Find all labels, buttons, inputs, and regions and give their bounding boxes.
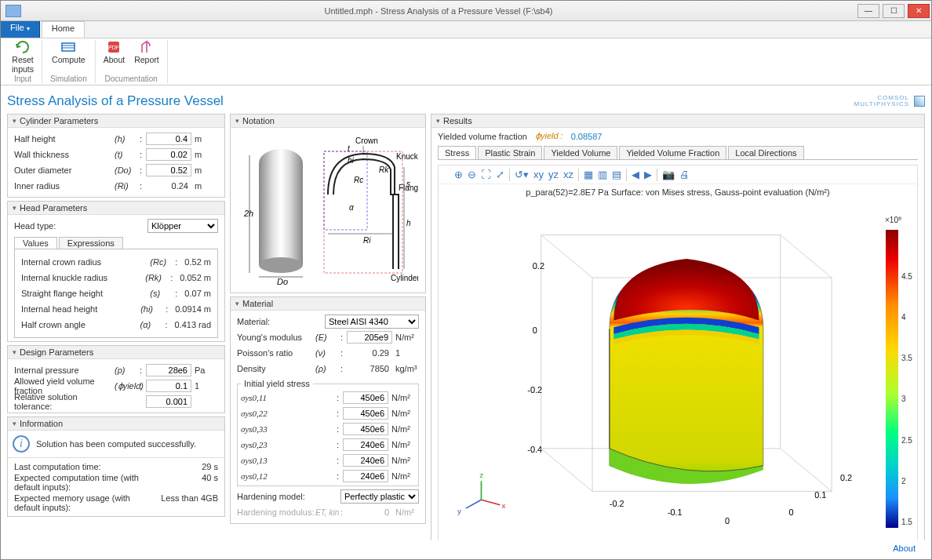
head-values-tab[interactable]: Values [14,237,57,249]
zoom-extents-icon[interactable]: ⤢ [496,169,504,180]
head-type-select[interactable]: Klöpper [147,219,218,233]
box-icon[interactable]: ▥ [598,169,607,180]
iys-3-input[interactable] [343,438,388,451]
xy-view-icon[interactable]: xy [533,169,544,180]
iys-1-input[interactable] [343,407,388,420]
svg-text:0: 0 [533,325,537,335]
hardening-modulus-value: 0 [347,507,392,517]
window-title: Untitled.mph - Stress Analysis of a Pres… [21,6,856,16]
svg-text:0: 0 [789,507,794,517]
cyl-1-label: Wall thickness [14,150,115,159]
colorbar-exponent: ×10⁸ [885,216,901,224]
report-button[interactable]: Report [134,40,159,64]
iys-2-input[interactable] [343,423,388,435]
design-params-header[interactable]: Design Parameters [8,346,224,359]
iys-4-label: σys0,13 [241,456,337,465]
results-tab-yielded volume[interactable]: Yielded Volume [544,146,617,159]
yvf-label: Yielded volume fraction [438,132,527,141]
compute-button[interactable]: Compute [52,40,86,64]
hardening-model-label: Hardening model: [237,492,340,501]
cyl-1-input[interactable] [146,148,191,161]
close-button[interactable]: ✕ [908,4,930,18]
rotate-icon[interactable]: ↺▾ [515,169,529,180]
iys-4-input[interactable] [343,454,388,467]
head-3-value: 0.0914 m [172,304,211,314]
material-select[interactable]: Steel AISI 4340 [325,315,419,329]
ribbon-group-input: Input [14,75,31,83]
grid-icon[interactable]: ▦ [584,169,593,180]
results-tab-plastic strain[interactable]: Plastic Strain [478,146,542,159]
head-0-label: Internal crown radius [21,257,150,267]
mat-2-label: Density [237,364,315,373]
iys-5-input[interactable] [343,470,388,482]
file-menu[interactable]: File ▾ [1,21,40,38]
svg-rect-0 [62,43,75,51]
svg-line-41 [481,500,500,505]
cyl-0-input[interactable] [146,133,191,145]
svg-text:s: s [406,180,410,188]
cyl-3-label: Inner radius [14,181,115,191]
svg-text:2h: 2h [243,209,253,218]
des-0-input[interactable] [146,364,191,376]
svg-line-43 [466,500,482,508]
svg-text:0.2: 0.2 [533,261,544,271]
des-2-input[interactable] [146,395,191,408]
svg-text:-0.2: -0.2 [527,385,542,395]
results-tab-local directions[interactable]: Local Directions [728,146,803,159]
yz-view-icon[interactable]: yz [548,169,559,180]
results-tab-stress[interactable]: Stress [438,146,476,159]
hardening-modulus-label: Hardening modulus: [237,507,315,517]
titlebar: Untitled.mph - Stress Analysis of a Pres… [1,1,931,21]
svg-text:x: x [502,501,506,510]
home-tab[interactable]: Home [42,21,85,38]
plot-3d[interactable]: 0.2 0 -0.2 -0.4 -0.2 -0.1 0 0 0.1 0.2 [439,200,917,540]
xz-view-icon[interactable]: xz [563,169,573,180]
iys-5-label: σys0,12 [241,471,337,481]
mat-1-label: Poisson's ratio [237,348,315,358]
results-header[interactable]: Results [431,115,924,128]
legend-icon[interactable]: ▤ [612,169,621,180]
reset-inputs-button[interactable]: Reset inputs [12,40,34,74]
material-label: Material: [237,317,325,326]
cyl-2-input[interactable] [146,164,191,176]
mat-0-input[interactable] [347,331,392,344]
information-header[interactable]: Information [8,417,224,431]
zoom-box-icon[interactable]: ⛶ [481,169,491,180]
about-button[interactable]: PDF About [104,40,125,64]
about-link[interactable]: About [893,544,916,553]
notation-diagram: 2h Do Crown Knuckle Flange [231,128,425,293]
head-1-label: Internal knuckle radius [21,273,145,282]
svg-text:Rc: Rc [354,176,363,184]
prev-icon[interactable]: ◀ [632,169,639,180]
ribbon: Reset inputs Input Compute Simulation PD… [1,38,931,85]
mat-1-value: 0.29 [347,348,392,358]
cyl-0-label: Half height [14,134,115,144]
svg-text:-0.4: -0.4 [527,445,542,454]
results-tab-yielded volume fraction[interactable]: Yielded Volume Fraction [619,146,726,159]
next-icon[interactable]: ▶ [644,169,652,180]
zoom-out-icon[interactable]: ⊖ [468,169,476,180]
material-header[interactable]: Material [231,297,425,311]
svg-text:0: 0 [725,516,730,525]
snapshot-icon[interactable]: 📷 [662,169,675,180]
svg-text:-0.2: -0.2 [610,499,624,508]
minimize-button[interactable]: — [857,4,879,18]
iys-0-input[interactable] [343,391,388,404]
print-icon[interactable]: 🖨 [679,169,690,180]
page-title: Stress Analysis of a Pressure Vessel COM… [7,92,925,114]
ribbon-group-simulation: Simulation [50,75,87,83]
head-1-value: 0.052 m [177,273,211,282]
head-params-header[interactable]: Head Parameters [8,202,224,215]
maximize-button[interactable]: ☐ [883,4,905,18]
svg-rect-13 [324,151,367,230]
comsol-logo-icon [914,96,925,107]
des-1-input[interactable] [146,380,191,392]
zoom-in-icon[interactable]: ⊕ [454,169,463,180]
info-icon: i [13,435,30,453]
head-4-value: 0.413 rad [172,320,211,329]
head-expressions-tab[interactable]: Expressions [59,237,123,249]
head-2-value: 0.07 m [181,289,211,298]
hardening-model-select[interactable]: Perfectly plastic [340,489,419,504]
cylinder-params-header[interactable]: Cylinder Parameters [8,115,224,128]
notation-header[interactable]: Notation [231,115,425,128]
